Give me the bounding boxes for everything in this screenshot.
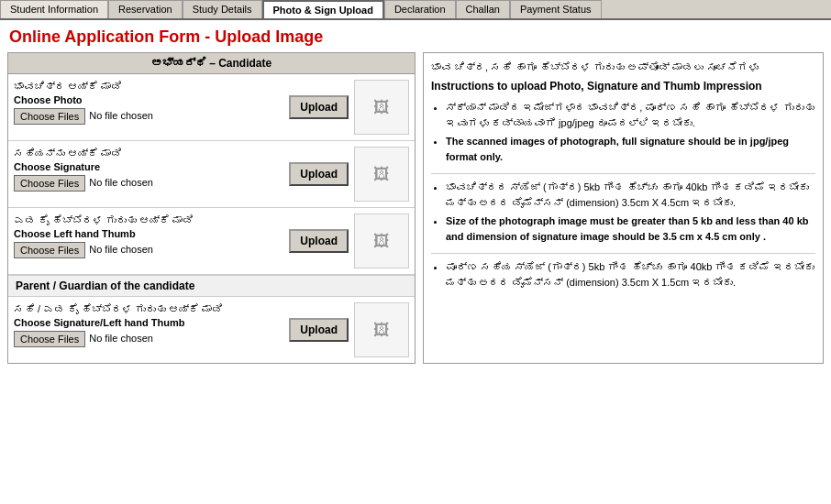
signature-upload-row: ಸಹಿಯನ್ನು ಆಯ್ಕೆ ಮಾಡಿ Choose Signature Cho… (8, 141, 415, 208)
thumb-english-label: Choose Left hand Thumb (14, 227, 278, 241)
instructions-list-1: ಸ್ಕ್ಯಾನ್ ಮಾಡಿದ ಇಮೇಜ್ಗಳಾದ ಭಾವಚಿತ್ರ, ಪೂರ್ಣ… (431, 100, 815, 164)
signature-preview-icon: 🖼 (373, 165, 390, 184)
photo-label: ಭಾವಚಿತ್ರ ಆಯ್ಕೆ ಮಾಡಿ Choose Photo Choose … (14, 80, 283, 125)
tab-photo-sign-upload[interactable]: Photo & Sign Upload (262, 0, 384, 18)
left-panel: ಅಭ್ಯರ್ಥಿ – Candidate ಭಾವಚಿತ್ರ ಆಯ್ಕೆ ಮಾಡಿ… (7, 52, 416, 364)
signature-preview: 🖼 (354, 147, 409, 202)
instruction-item-1-kannada: ಸ್ಕ್ಯಾನ್ ಮಾಡಿದ ಇಮೇಜ್ಗಳಾದ ಭಾವಚಿತ್ರ, ಪೂರ್ಣ… (446, 100, 815, 130)
instructions-list-2: ಭಾವಚಿತ್ರದ ಸ್ಯೆಜ್ (ಗಾತ್ರ) 5kb ಗಿಂತ ಹೆಚ್ಚು… (431, 180, 815, 244)
parent-choose-button[interactable]: Choose Files (14, 331, 85, 347)
divider-1 (431, 173, 815, 174)
instruction-item-1-english-text: The scanned images of photograph, full s… (446, 136, 789, 162)
signature-upload-button[interactable]: Upload (289, 162, 349, 186)
signature-file-row: Choose Files No file chosen (14, 175, 278, 192)
right-panel: ಭಾವ ಚಿತ್ರ, ಸಹಿ ಹಾಗೂ ಹೆಬ್ಬೆರಳ ಗುರುತು ಅಪ್ಲ… (423, 52, 824, 364)
thumb-upload-row: ಎಡ ಕೈ ಹೆಬ್ಬೆರಳ ಗುರುತು ಆಯ್ಕೆ ಮಾಡಿ Choose … (8, 208, 415, 275)
parent-english-label: Choose Signature/Left hand Thumb (14, 316, 278, 330)
tab-bar: Student Information Reservation Study De… (0, 0, 831, 20)
instructions-list-3: ಪೂರ್ಣ ಸಹಿಯ ಸ್ಯೆಜ್ (ಗಾತ್ರ) 5kb ಗಿಂತ ಹೆಚ್ಚ… (431, 259, 815, 290)
right-kannada-header: ಭಾವ ಚಿತ್ರ, ಸಹಿ ಹಾಗೂ ಹೆಬ್ಬೆರಳ ಗುರುತು ಅಪ್ಲ… (431, 60, 815, 74)
page-title: Online Application Form - Upload Image (0, 20, 831, 52)
signature-english-label: Choose Signature (14, 160, 278, 174)
thumb-preview-icon: 🖼 (373, 232, 390, 251)
parent-no-file: No file chosen (89, 332, 153, 345)
signature-choose-button[interactable]: Choose Files (14, 175, 85, 192)
photo-preview-icon: 🖼 (373, 98, 390, 117)
parent-file-row: Choose Files No file chosen (14, 331, 278, 347)
divider-2 (431, 253, 815, 254)
instruction-item-3-kannada: ಪೂರ್ಣ ಸಹಿಯ ಸ್ಯೆಜ್ (ಗಾತ್ರ) 5kb ಗಿಂತ ಹೆಚ್ಚ… (446, 259, 815, 290)
photo-no-file: No file chosen (89, 109, 153, 123)
parent-preview-icon: 🖼 (373, 321, 390, 340)
candidate-section-header: ಅಭ್ಯರ್ಥಿ – Candidate (8, 53, 415, 74)
photo-preview: 🖼 (354, 80, 409, 135)
signature-label: ಸಹಿಯನ್ನು ಆಯ್ಕೆ ಮಾಡಿ Choose Signature Cho… (14, 147, 283, 192)
thumb-kannada-label: ಎಡ ಕೈ ಹೆಬ್ಬೆರಳ ಗುರುತು ಆಯ್ಕೆ ಮಾಡಿ (14, 214, 278, 227)
photo-upload-row: ಭಾವಚಿತ್ರ ಆಯ್ಕೆ ಮಾಡಿ Choose Photo Choose … (8, 74, 415, 141)
parent-kannada-label: ಸಹಿ / ಎಡ ಕೈ ಹೆಬ್ಬೆರಳ ಗುರುತು ಆಯ್ಕೆ ಮಾಡಿ (14, 302, 278, 316)
main-content: ಅಭ್ಯರ್ಥಿ – Candidate ಭಾವಚಿತ್ರ ಆಯ್ಕೆ ಮಾಡಿ… (0, 52, 831, 371)
tab-payment-status[interactable]: Payment Status (510, 0, 602, 18)
tab-declaration[interactable]: Declaration (384, 0, 456, 18)
thumb-preview: 🖼 (354, 214, 409, 268)
parent-upload-row: ಸಹಿ / ಎಡ ಕೈ ಹೆಬ್ಬೆರಳ ಗುರುತು ಆಯ್ಕೆ ಮಾಡಿ C… (8, 297, 415, 363)
parent-label: ಸಹಿ / ಎಡ ಕೈ ಹೆಬ್ಬೆರಳ ಗುರುತು ಆಯ್ಕೆ ಮಾಡಿ C… (14, 302, 283, 347)
tab-challan[interactable]: Challan (456, 0, 510, 18)
thumb-label: ಎಡ ಕೈ ಹೆಬ್ಬೆರಳ ಗುರುತು ಆಯ್ಕೆ ಮಾಡಿ Choose … (14, 214, 283, 258)
photo-upload-button[interactable]: Upload (289, 95, 349, 119)
instruction-item-2-english: Size of the photograph image must be gre… (446, 214, 815, 244)
thumb-no-file: No file chosen (89, 243, 153, 257)
photo-choose-button[interactable]: Choose Files (14, 108, 85, 125)
parent-section-header: Parent / Guardian of the candidate (8, 275, 415, 297)
photo-file-row: Choose Files No file chosen (14, 108, 278, 125)
instruction-item-2-kannada: ಭಾವಚಿತ್ರದ ಸ್ಯೆಜ್ (ಗಾತ್ರ) 5kb ಗಿಂತ ಹೆಚ್ಚು… (446, 180, 815, 210)
photo-kannada-label: ಭಾವಚಿತ್ರ ಆಯ್ಕೆ ಮಾಡಿ (14, 80, 278, 93)
photo-english-label: Choose Photo (14, 93, 278, 107)
instructions-title: Instructions to upload Photo, Signature … (431, 78, 815, 94)
parent-upload-button[interactable]: Upload (289, 318, 349, 342)
tab-student-information[interactable]: Student Information (0, 0, 108, 18)
signature-kannada-label: ಸಹಿಯನ್ನು ಆಯ್ಕೆ ಮಾಡಿ (14, 147, 278, 160)
tab-study-details[interactable]: Study Details (183, 0, 262, 18)
thumb-choose-button[interactable]: Choose Files (14, 242, 85, 258)
signature-no-file: No file chosen (89, 176, 153, 190)
thumb-upload-button[interactable]: Upload (289, 229, 349, 253)
thumb-file-row: Choose Files No file chosen (14, 242, 278, 258)
parent-preview: 🖼 (354, 302, 409, 357)
tab-reservation[interactable]: Reservation (108, 0, 183, 18)
instruction-item-1-english: The scanned images of photograph, full s… (446, 134, 815, 164)
